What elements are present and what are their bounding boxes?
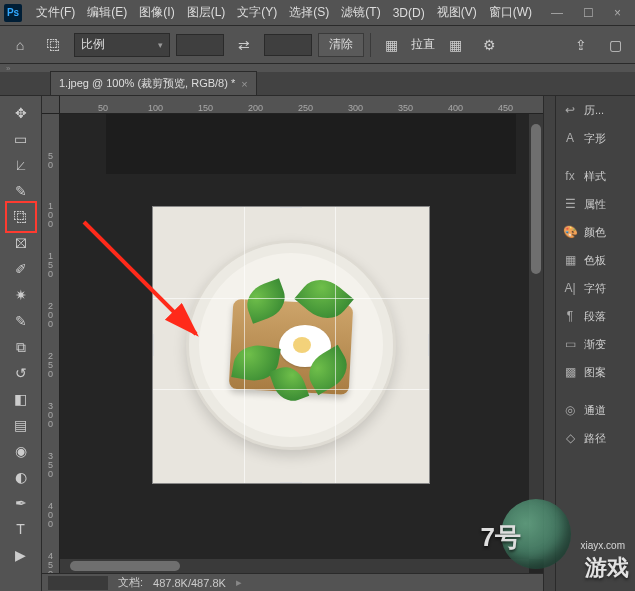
ruler-tick: 200 xyxy=(246,103,296,113)
window-close[interactable]: × xyxy=(604,2,631,24)
ruler-tick: 4 5 0 xyxy=(42,550,59,573)
character-icon: A| xyxy=(562,281,578,295)
straighten-icon[interactable]: ▦ xyxy=(377,31,405,59)
panel-swatches[interactable]: ▦色板 xyxy=(556,246,635,274)
chevron-down-icon: ▾ xyxy=(158,40,163,50)
glyphs-icon: A xyxy=(562,131,578,145)
vertical-scrollbar[interactable] xyxy=(529,114,543,559)
crop-tool[interactable]: ⿻ xyxy=(8,204,34,230)
document-tab[interactable]: 1.jpeg @ 100% (裁剪预览, RGB/8) * × xyxy=(50,71,257,95)
eraser-tool[interactable]: ◧ xyxy=(8,386,34,412)
settings-icon[interactable]: ⚙ xyxy=(475,31,503,59)
swap-icon[interactable]: ⇄ xyxy=(230,31,258,59)
menu-layer[interactable]: 图层(L) xyxy=(181,1,232,24)
panel-gradients[interactable]: ▭渐变 xyxy=(556,330,635,358)
panel-patterns[interactable]: ▩图案 xyxy=(556,358,635,386)
menu-window[interactable]: 窗口(W) xyxy=(483,1,538,24)
menu-3d[interactable]: 3D(D) xyxy=(387,3,431,23)
window-maximize[interactable]: ☐ xyxy=(573,2,604,24)
lasso-tool[interactable]: ⟀ xyxy=(8,152,34,178)
overlay-icon[interactable]: ▦ xyxy=(441,31,469,59)
panel-properties[interactable]: ☰属性 xyxy=(556,190,635,218)
quick-select-tool[interactable]: ✎ xyxy=(8,178,34,204)
frame-tool[interactable]: ⛝ xyxy=(8,230,34,256)
clear-button[interactable]: 清除 xyxy=(318,33,364,57)
eyedropper-tool[interactable]: ✐ xyxy=(8,256,34,282)
paragraph-icon: ¶ xyxy=(562,309,578,323)
menu-select[interactable]: 选择(S) xyxy=(283,1,335,24)
properties-icon: ☰ xyxy=(562,197,578,211)
vertical-ruler[interactable]: 5 0 1 0 0 1 5 0 2 0 0 2 5 0 3 0 0 3 5 0 … xyxy=(42,114,60,573)
panel-character[interactable]: A|字符 xyxy=(556,274,635,302)
ruler-tick: 250 xyxy=(296,103,346,113)
panel-styles[interactable]: fx样式 xyxy=(556,162,635,190)
healing-tool[interactable]: ✷ xyxy=(8,282,34,308)
pen-tool[interactable]: ✒ xyxy=(8,490,34,516)
crop-handle-bottom-right[interactable] xyxy=(415,469,430,484)
crop-handle-bottom-left[interactable] xyxy=(152,469,167,484)
channels-icon: ◎ xyxy=(562,403,578,417)
close-tab-icon[interactable]: × xyxy=(241,78,247,90)
image-crop-region[interactable] xyxy=(152,206,430,484)
crop-handle-top-right[interactable] xyxy=(415,206,430,221)
panel-history[interactable]: ↩历... xyxy=(556,96,635,124)
crop-handle-mid-left[interactable] xyxy=(152,334,155,356)
ruler-tick: 400 xyxy=(446,103,496,113)
crop-handle-mid-right[interactable] xyxy=(427,334,430,356)
horizontal-scrollbar[interactable] xyxy=(60,559,529,573)
panel-paths[interactable]: ◇路径 xyxy=(556,424,635,452)
move-tool[interactable]: ✥ xyxy=(8,100,34,126)
panel-paragraph[interactable]: ¶段落 xyxy=(556,302,635,330)
share-icon[interactable]: ⇪ xyxy=(567,31,595,59)
status-doc-value: 487.8K/487.8K xyxy=(153,577,226,589)
history-brush-tool[interactable]: ↺ xyxy=(8,360,34,386)
crop-handle-mid-top[interactable] xyxy=(280,206,302,209)
ruler-tick: 2 0 0 xyxy=(42,300,59,350)
horizontal-ruler[interactable]: 50 100 150 200 250 300 350 400 450 xyxy=(60,96,543,114)
dodge-tool[interactable]: ◐ xyxy=(8,464,34,490)
panel-color[interactable]: 🎨颜色 xyxy=(556,218,635,246)
brush-tool[interactable]: ✎ xyxy=(8,308,34,334)
canvas[interactable] xyxy=(60,114,543,573)
ruler-tick: 3 5 0 xyxy=(42,450,59,500)
collapsed-panel-strip[interactable] xyxy=(543,96,555,591)
menu-file[interactable]: 文件(F) xyxy=(30,1,81,24)
paths-icon: ◇ xyxy=(562,431,578,445)
status-bar: 文档: 487.8K/487.8K ▸ xyxy=(42,573,543,591)
menu-filter[interactable]: 滤镜(T) xyxy=(335,1,386,24)
path-select-tool[interactable]: ▶ xyxy=(8,542,34,568)
ps-logo: Ps xyxy=(4,4,22,22)
marquee-tool[interactable]: ▭ xyxy=(8,126,34,152)
zoom-input[interactable] xyxy=(48,576,108,590)
menu-type[interactable]: 文字(Y) xyxy=(231,1,283,24)
menu-image[interactable]: 图像(I) xyxy=(133,1,180,24)
crop-handle-mid-bottom[interactable] xyxy=(280,481,302,484)
history-icon: ↩ xyxy=(562,103,578,117)
patterns-icon: ▩ xyxy=(562,365,578,379)
status-chevron-icon[interactable]: ▸ xyxy=(236,576,242,589)
blur-tool[interactable]: ◉ xyxy=(8,438,34,464)
ratio-width-input[interactable] xyxy=(176,34,224,56)
color-icon: 🎨 xyxy=(562,225,578,239)
gradient-tool[interactable]: ▤ xyxy=(8,412,34,438)
menu-view[interactable]: 视图(V) xyxy=(431,1,483,24)
ratio-height-input[interactable] xyxy=(264,34,312,56)
ratio-dropdown[interactable]: 比例 ▾ xyxy=(74,33,170,57)
clone-tool[interactable]: ⧉ xyxy=(8,334,34,360)
title-bar: Ps 文件(F) 编辑(E) 图像(I) 图层(L) 文字(Y) 选择(S) 滤… xyxy=(0,0,635,26)
ratio-label: 比例 xyxy=(81,36,105,53)
ruler-tick: 100 xyxy=(146,103,196,113)
crop-tool-icon[interactable]: ⿻ xyxy=(40,31,68,59)
ruler-tick: 150 xyxy=(196,103,246,113)
panel-glyphs[interactable]: A字形 xyxy=(556,124,635,152)
ruler-tick: 1 5 0 xyxy=(42,250,59,300)
arrange-icon[interactable]: ▢ xyxy=(601,31,629,59)
window-minimize[interactable]: — xyxy=(541,2,573,24)
menu-edit[interactable]: 编辑(E) xyxy=(81,1,133,24)
crop-handle-top-left[interactable] xyxy=(152,206,167,221)
separator xyxy=(370,33,371,57)
panel-channels[interactable]: ◎通道 xyxy=(556,396,635,424)
type-tool[interactable]: T xyxy=(8,516,34,542)
ruler-tick: 3 0 0 xyxy=(42,400,59,450)
home-icon[interactable]: ⌂ xyxy=(6,31,34,59)
